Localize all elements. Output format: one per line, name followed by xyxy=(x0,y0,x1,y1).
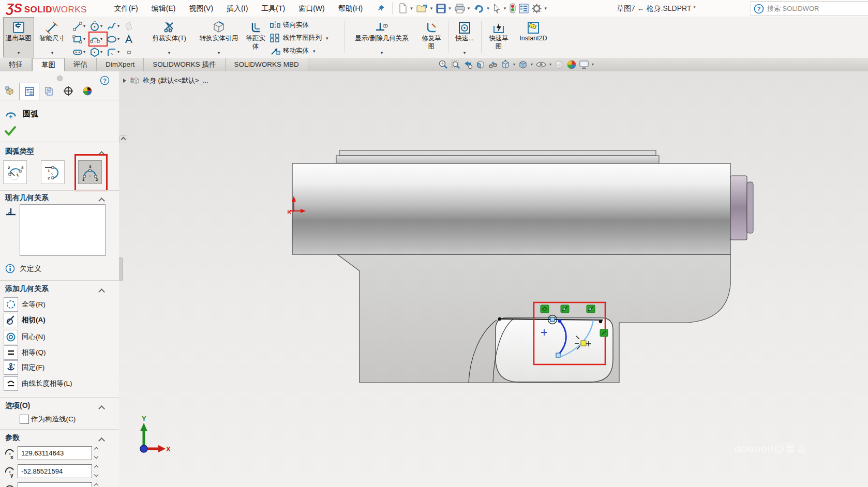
tab-addins[interactable]: SOLIDWORKS 插件 xyxy=(144,58,225,71)
move-entities-dropdown[interactable]: ▾ xyxy=(313,49,316,54)
feature-manager-tab[interactable] xyxy=(0,83,19,99)
open-dropdown[interactable]: ▾ xyxy=(430,6,433,11)
relation-badge-tangent2[interactable] xyxy=(587,305,595,313)
select-dropdown[interactable]: ▾ xyxy=(504,6,506,11)
rectangle-tool[interactable]: ▾ xyxy=(72,33,89,45)
settings-gear-icon[interactable] xyxy=(530,3,543,14)
param-x-spinner[interactable] xyxy=(92,446,101,460)
help-circle-icon[interactable]: ? xyxy=(754,4,764,14)
tree-expand-arrow[interactable] xyxy=(123,79,126,83)
polygon-dropdown[interactable]: ▾ xyxy=(100,50,102,54)
settings-dropdown[interactable]: ▾ xyxy=(544,6,547,11)
construction-line-checkbox[interactable] xyxy=(20,415,29,424)
smart-dimension-button[interactable]: 智能尺寸 ▾ xyxy=(36,18,68,57)
undo-icon[interactable] xyxy=(472,3,486,14)
trim-dropdown[interactable]: ▾ xyxy=(168,50,171,57)
rapid-sketch-button[interactable]: 快速草 图 xyxy=(484,18,513,57)
search-input[interactable]: 搜索 SOLIDWOR xyxy=(767,4,819,13)
circle-dropdown[interactable]: ▾ xyxy=(100,24,102,28)
param-center-y-input[interactable]: -52.85521594 xyxy=(18,464,92,478)
centerpoint-arc-button[interactable]: 2 1 3 xyxy=(3,160,27,184)
linear-pattern-dropdown[interactable]: ▾ xyxy=(326,36,328,41)
menu-file[interactable]: 文件(F) xyxy=(108,0,145,17)
fillet-dropdown[interactable]: ▾ xyxy=(117,50,119,54)
model-end-cap[interactable] xyxy=(730,176,747,240)
ellipse-dropdown[interactable]: ▾ xyxy=(117,37,119,41)
relation-badge-tangent[interactable] xyxy=(561,305,569,313)
convert-entities-button[interactable]: 转换实体引用 ▾ xyxy=(193,18,244,57)
hide-show-dropdown[interactable]: ▾ xyxy=(549,62,551,67)
text-tool[interactable] xyxy=(124,33,141,45)
help-icon[interactable]: ? xyxy=(100,75,110,85)
menu-edit[interactable]: 编辑(E) xyxy=(145,0,183,17)
param-y-spinner[interactable] xyxy=(92,464,101,478)
display-style-icon[interactable] xyxy=(517,59,529,70)
fillet-tool[interactable]: ▾ xyxy=(107,45,124,58)
param-third-spinner[interactable] xyxy=(92,482,101,487)
sketch-plane-tool[interactable] xyxy=(124,20,141,33)
view-settings-dropdown[interactable]: ▾ xyxy=(592,62,594,67)
hide-show-items-icon[interactable] xyxy=(534,59,548,70)
3d-drawing-view-icon[interactable] xyxy=(487,59,499,70)
instant2d-button[interactable]: Instant2D xyxy=(515,18,551,57)
line-dropdown[interactable]: ▾ xyxy=(83,24,85,28)
display-style-dropdown[interactable]: ▾ xyxy=(531,62,533,67)
select-cursor-icon[interactable] xyxy=(491,3,503,14)
apply-scene-icon[interactable] xyxy=(565,59,578,70)
relation-badge-right[interactable] xyxy=(600,329,608,337)
arc-start-point[interactable] xyxy=(558,319,562,323)
move-entities-button[interactable]: 移动实体 ▾ xyxy=(270,44,328,57)
menu-view[interactable]: 视图(V) xyxy=(182,0,220,17)
existing-relations-collapse-chevron[interactable] xyxy=(99,196,106,202)
rapid-dimension-button[interactable]: 快速... ▾ xyxy=(451,18,478,57)
tab-dimxpert[interactable]: DimXpert xyxy=(97,58,144,71)
slot-dropdown[interactable]: ▾ xyxy=(83,50,85,54)
convert-dropdown[interactable]: ▾ xyxy=(218,50,220,57)
arc-end-handle[interactable] xyxy=(556,353,560,357)
view-settings-icon[interactable] xyxy=(578,59,590,70)
new-document-dropdown[interactable]: ▾ xyxy=(410,6,413,11)
pin-menu-icon[interactable] xyxy=(375,2,388,15)
print-icon[interactable] xyxy=(453,3,467,14)
exit-sketch-dropdown[interactable]: ▾ xyxy=(18,50,20,57)
task-list-icon[interactable] xyxy=(517,3,530,14)
tab-sketch[interactable]: 草图 xyxy=(32,58,65,71)
arc-dropdown[interactable]: ▾ xyxy=(100,37,102,41)
relation-badge-on-edge[interactable] xyxy=(541,305,549,313)
ellipse-tool[interactable]: ▾ xyxy=(107,33,124,45)
arc-tool-active[interactable]: ▾ xyxy=(89,33,107,45)
graphics-viewport[interactable]: 枪身 (默认<<默认>_... Y X dooooit@暴走 xyxy=(119,71,868,487)
open-folder-icon[interactable] xyxy=(415,3,429,14)
circle-tool[interactable]: ▾ xyxy=(89,20,107,33)
display-manager-tab[interactable] xyxy=(78,83,97,99)
tab-evaluate[interactable]: 评估 xyxy=(65,58,97,71)
zoom-area-icon[interactable] xyxy=(450,59,462,70)
save-icon[interactable] xyxy=(435,3,447,14)
spline-tool[interactable]: ▾ xyxy=(107,20,124,33)
menu-insert[interactable]: 插入(I) xyxy=(220,0,255,17)
view-orientation-dropdown[interactable]: ▾ xyxy=(513,62,515,67)
dimxpert-manager-tab[interactable] xyxy=(58,83,78,99)
section-view-icon[interactable] xyxy=(474,59,487,70)
model-pocket-face[interactable] xyxy=(496,318,613,382)
zoom-fit-icon[interactable] xyxy=(437,59,450,70)
linear-pattern-button[interactable]: 线性草图阵列 ▾ xyxy=(270,32,328,44)
edit-appearance-icon[interactable] xyxy=(553,59,565,70)
model-cylinder[interactable] xyxy=(292,163,730,254)
polygon-tool[interactable]: ▾ xyxy=(89,45,107,58)
point-tool[interactable] xyxy=(124,45,141,58)
display-delete-relations-button[interactable]: 显示/删除几何关系 ▾ xyxy=(348,18,416,57)
smart-dimension-dropdown[interactable]: ▾ xyxy=(51,50,54,57)
property-manager-tab[interactable] xyxy=(19,83,39,100)
model-rail-base[interactable] xyxy=(336,156,659,163)
exit-sketch-button[interactable]: 退出草图 ▾ xyxy=(3,17,34,57)
options-collapse-chevron[interactable] xyxy=(99,404,106,410)
menu-tools[interactable]: 工具(T) xyxy=(255,0,292,17)
print-dropdown[interactable]: ▾ xyxy=(468,6,470,11)
undo-dropdown[interactable]: ▾ xyxy=(487,6,489,11)
mirror-entities-button[interactable]: 镜向实体 xyxy=(270,19,328,32)
menu-help[interactable]: 帮助(H) xyxy=(332,0,369,17)
save-dropdown[interactable]: ▾ xyxy=(448,6,451,11)
display-relations-dropdown[interactable]: ▾ xyxy=(381,50,383,57)
model-end-disc[interactable] xyxy=(747,182,753,233)
